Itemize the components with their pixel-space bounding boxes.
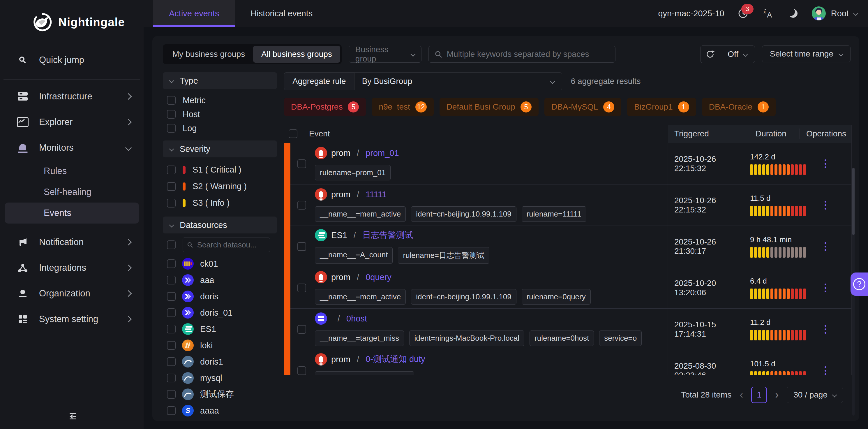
checkbox[interactable] bbox=[167, 96, 176, 105]
event-tag[interactable]: rulename=11111 bbox=[522, 206, 586, 222]
next-page-button[interactable]: › bbox=[775, 390, 779, 400]
row-checkbox[interactable] bbox=[298, 366, 306, 375]
datasource-item[interactable]: 测试保存 bbox=[163, 386, 277, 402]
checkbox[interactable] bbox=[167, 240, 176, 249]
row-checkbox[interactable] bbox=[298, 201, 306, 209]
section-type[interactable]: Type bbox=[163, 72, 277, 89]
aggregate-rule-select[interactable]: By BusiGroup bbox=[354, 72, 562, 90]
more-actions-button[interactable] bbox=[825, 160, 826, 168]
help-button[interactable]: ? bbox=[850, 273, 868, 296]
table-row[interactable]: prom / 0query __name__=mem_active ident=… bbox=[284, 267, 851, 309]
event-tag[interactable]: rulename=0-测试通知 duty bbox=[315, 371, 414, 375]
type-option-log[interactable]: Log bbox=[163, 121, 277, 135]
sidebar-item-explorer[interactable]: Explorer bbox=[0, 109, 144, 135]
row-checkbox[interactable] bbox=[298, 160, 306, 168]
table-row[interactable]: / 0host __name__=target_miss ident=nings… bbox=[284, 309, 851, 350]
sidebar-item-infrastructure[interactable]: Infrastructure bbox=[0, 84, 144, 109]
severity-option-s3[interactable]: S3 ( Info ) bbox=[163, 195, 277, 211]
datasource-item[interactable]: S aaaa bbox=[163, 402, 277, 419]
type-option-host[interactable]: Host bbox=[163, 107, 277, 121]
rule-link[interactable]: 0-测试通知 duty bbox=[366, 353, 425, 365]
event-tag[interactable]: __name__=target_miss bbox=[315, 331, 404, 346]
keyword-search-input[interactable] bbox=[446, 49, 609, 59]
busigroup-pill[interactable]: DBA-Oracle 1 bbox=[702, 98, 776, 116]
more-actions-button[interactable] bbox=[825, 325, 826, 334]
checkbox[interactable] bbox=[167, 325, 176, 334]
row-checkbox[interactable] bbox=[298, 242, 306, 251]
page-size-select[interactable]: 30 / page bbox=[787, 387, 843, 403]
busigroup-pill[interactable]: DBA-MySQL 4 bbox=[545, 98, 621, 116]
business-group-select[interactable]: Business group bbox=[349, 46, 422, 63]
checkbox[interactable] bbox=[167, 357, 176, 366]
busigroup-pill[interactable]: BizGroup1 1 bbox=[627, 98, 696, 116]
datasource-item[interactable]: ES1 bbox=[163, 321, 277, 337]
tab-active-events[interactable]: Active events bbox=[153, 0, 235, 27]
rule-link[interactable]: 0query bbox=[366, 273, 392, 282]
table-row[interactable]: prom / 11111 __name__=mem_active ident=c… bbox=[284, 184, 851, 226]
refresh-interval-select[interactable]: Off bbox=[720, 46, 755, 63]
rule-link[interactable]: 0host bbox=[346, 314, 367, 323]
current-page-button[interactable]: 1 bbox=[751, 387, 767, 403]
section-severity[interactable]: Severity bbox=[163, 141, 277, 158]
time-range-select[interactable]: Select time range bbox=[762, 46, 850, 62]
busigroup-pill[interactable]: Default Busi Group 5 bbox=[439, 98, 539, 116]
tab-historical-events[interactable]: Historical events bbox=[235, 0, 328, 27]
event-tag[interactable]: rulename=prom_01 bbox=[315, 165, 391, 180]
checkbox[interactable] bbox=[167, 124, 176, 133]
logo[interactable]: Nightingale bbox=[0, 0, 144, 32]
datasource-item[interactable]: S o_01 bbox=[163, 419, 277, 421]
checkbox[interactable] bbox=[167, 308, 176, 317]
table-row[interactable]: prom / 0-测试通知 duty rulename=0-测试通知 duty … bbox=[284, 350, 851, 375]
checkbox[interactable] bbox=[167, 276, 176, 284]
row-checkbox[interactable] bbox=[298, 284, 306, 292]
checkbox[interactable] bbox=[167, 166, 176, 174]
event-tag[interactable]: rulename=0query bbox=[522, 289, 591, 305]
datasource-item[interactable]: mysql bbox=[163, 370, 277, 386]
more-actions-button[interactable] bbox=[825, 201, 826, 209]
sidebar-item-events[interactable]: Events bbox=[5, 203, 139, 224]
checkbox[interactable] bbox=[167, 182, 176, 191]
user-menu[interactable]: Root bbox=[812, 6, 858, 20]
sidebar-collapse-button[interactable] bbox=[0, 411, 144, 422]
checkbox[interactable] bbox=[167, 406, 176, 415]
table-row[interactable]: prom / prom_01 rulename=prom_01 2025-10-… bbox=[284, 143, 851, 184]
rule-link[interactable]: 11111 bbox=[366, 190, 386, 199]
event-tag[interactable]: rulename=日志告警测试 bbox=[398, 247, 489, 264]
prev-page-button[interactable]: ‹ bbox=[740, 390, 743, 400]
event-tag[interactable]: ident=cn-beijing.10.99.1.109 bbox=[411, 206, 516, 222]
more-actions-button[interactable] bbox=[825, 284, 826, 292]
type-option-metric[interactable]: Metric bbox=[163, 93, 277, 107]
datasource-item[interactable]: loki bbox=[163, 337, 277, 353]
datasource-item[interactable]: doris bbox=[163, 288, 277, 305]
datasource-item[interactable]: ck01 bbox=[163, 256, 277, 272]
dark-mode-button[interactable] bbox=[787, 7, 800, 20]
sidebar-item-organization[interactable]: Organization bbox=[0, 281, 144, 306]
refresh-button[interactable] bbox=[701, 46, 720, 63]
select-all-checkbox[interactable] bbox=[289, 130, 298, 138]
datasource-item[interactable]: doris1 bbox=[163, 353, 277, 370]
event-tag[interactable]: service=o bbox=[599, 331, 642, 346]
sidebar-item-integrations[interactable]: Integrations bbox=[0, 255, 144, 281]
severity-option-s1[interactable]: S1 ( Critical ) bbox=[163, 162, 277, 178]
event-tag[interactable]: ident=nings-MacBook-Pro.local bbox=[409, 331, 524, 346]
table-row[interactable]: ES1 / 日志告警测试 __name__=A_count rulename=日… bbox=[284, 226, 851, 267]
event-tag[interactable]: __name__=mem_active bbox=[315, 206, 406, 222]
section-datasources[interactable]: Datasources bbox=[163, 217, 277, 233]
clock-history-button[interactable]: 3 bbox=[737, 7, 749, 20]
rule-link[interactable]: prom_01 bbox=[366, 148, 399, 158]
checkbox[interactable] bbox=[167, 110, 176, 119]
sidebar-item-rules[interactable]: Rules bbox=[0, 161, 144, 181]
row-checkbox[interactable] bbox=[298, 325, 306, 334]
more-actions-button[interactable] bbox=[825, 366, 826, 375]
all-business-groups-button[interactable]: All business groups bbox=[253, 46, 340, 63]
severity-option-s2[interactable]: S2 ( Warning ) bbox=[163, 178, 277, 195]
checkbox[interactable] bbox=[167, 199, 176, 207]
busigroup-pill[interactable]: DBA-Postgres 5 bbox=[284, 98, 366, 116]
my-business-groups-button[interactable]: My business groups bbox=[164, 46, 253, 63]
datasource-item[interactable]: doris_01 bbox=[163, 305, 277, 321]
checkbox[interactable] bbox=[167, 341, 176, 350]
datasource-search-input[interactable] bbox=[196, 240, 266, 250]
event-tag[interactable]: ident=cn-beijing.10.99.1.109 bbox=[411, 289, 516, 305]
busigroup-pill[interactable]: n9e_test 12 bbox=[372, 98, 433, 116]
event-tag[interactable]: rulename=0host bbox=[530, 331, 594, 346]
